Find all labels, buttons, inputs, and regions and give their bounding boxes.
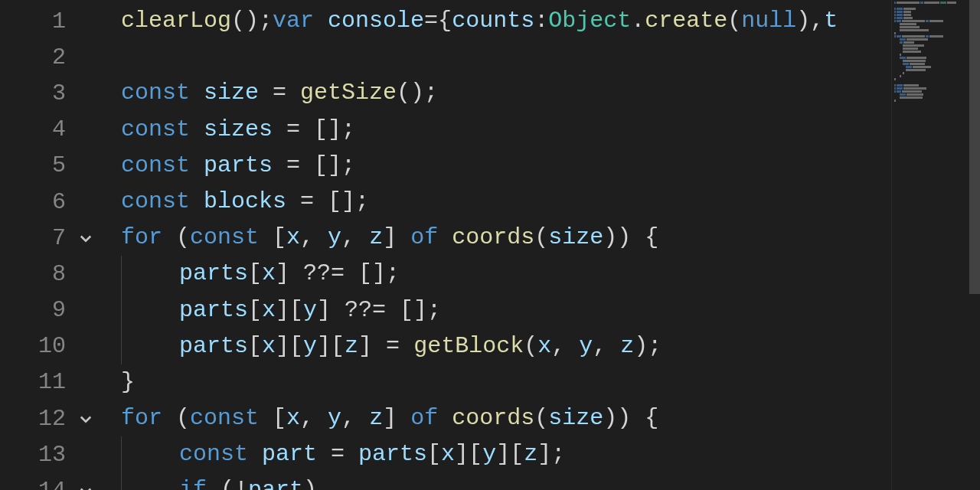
code-line[interactable]: parts[x][y] ??= []; (121, 292, 891, 328)
minimap-line (894, 51, 978, 53)
indent-guide (121, 328, 122, 364)
minimap-line (894, 90, 978, 93)
minimap-line (894, 5, 978, 7)
gutter: 1234567891011121314 (0, 0, 98, 490)
line-number: 8 (0, 261, 74, 287)
minimap-line (894, 26, 978, 28)
code-line[interactable]: const part = parts[x][y][z]; (121, 436, 891, 472)
indent-guide (121, 256, 122, 292)
code-text: const parts = []; (121, 152, 355, 178)
line-number: 11 (0, 369, 74, 395)
line-number: 3 (0, 80, 74, 106)
line-number: 12 (0, 406, 74, 432)
minimap-line (894, 63, 978, 65)
minimap-line (894, 38, 978, 41)
gutter-row: 8 (0, 256, 98, 292)
minimap-line (894, 57, 978, 59)
minimap-line (894, 11, 978, 13)
minimap-line (894, 23, 978, 25)
line-number: 7 (0, 225, 74, 251)
code-text: const size = getSize(); (121, 80, 438, 106)
minimap-line (894, 78, 978, 80)
code-line[interactable]: parts[x][y][z] = getBlock(x, y, z); (121, 328, 891, 364)
line-number: 1 (0, 8, 74, 34)
vertical-scrollbar[interactable] (969, 0, 980, 490)
minimap-line (894, 14, 978, 16)
code-text: parts[x][y] ??= []; (121, 297, 441, 323)
minimap-line (894, 69, 978, 71)
indent-guide (121, 292, 122, 328)
minimap-line (894, 100, 978, 102)
minimap-line (894, 54, 978, 56)
gutter-row: 2 (0, 39, 98, 75)
line-number: 10 (0, 333, 74, 359)
gutter-row: 10 (0, 328, 98, 364)
gutter-row: 4 (0, 112, 98, 148)
minimap-line (894, 60, 978, 62)
minimap-line (894, 44, 978, 47)
minimap-line (894, 17, 978, 19)
code-text: const blocks = []; (121, 188, 369, 214)
line-number: 2 (0, 44, 74, 70)
gutter-row: 11 (0, 364, 98, 400)
minimap-line (894, 96, 978, 99)
minimap-line (894, 66, 978, 68)
gutter-row: 5 (0, 148, 98, 184)
scroll-thumb[interactable] (969, 0, 980, 294)
code-line[interactable]: } (121, 364, 891, 400)
minimap-line (894, 84, 978, 87)
code-text: clearLog();var console={counts:Object.cr… (121, 8, 838, 34)
indent-guide (121, 436, 122, 472)
code-text: parts[x][y][z] = getBlock(x, y, z); (121, 333, 662, 359)
gutter-row: 6 (0, 184, 98, 220)
minimap-line (894, 87, 978, 90)
code-text: if (!part) (121, 477, 317, 490)
code-text: const sizes = []; (121, 116, 355, 142)
line-number: 14 (0, 478, 74, 490)
minimap-line (894, 41, 978, 44)
minimap-line (894, 81, 978, 83)
code-line[interactable]: for (const [x, y, z] of coords(size)) { (121, 400, 891, 436)
line-number: 6 (0, 189, 74, 215)
gutter-row: 12 (0, 400, 98, 436)
gutter-row: 3 (0, 75, 98, 111)
indent-guide (121, 472, 122, 490)
fold-toggle[interactable] (74, 483, 98, 490)
gutter-row: 13 (0, 436, 98, 472)
code-line[interactable]: parts[x] ??= []; (121, 256, 891, 292)
code-text: } (121, 369, 135, 395)
code-editor[interactable]: 1234567891011121314 clearLog();var conso… (0, 0, 980, 490)
code-text: for (const [x, y, z] of coords(size)) { (121, 405, 658, 431)
minimap-line (894, 29, 978, 31)
minimap-line (894, 20, 978, 22)
minimap-line (894, 8, 978, 10)
minimap-line (894, 35, 978, 38)
code-text: for (const [x, y, z] of coords(size)) { (121, 224, 658, 250)
minimap-line (894, 2, 978, 4)
code-line[interactable] (121, 39, 891, 75)
line-number: 9 (0, 297, 74, 323)
code-line[interactable]: const parts = []; (121, 148, 891, 184)
gutter-row: 14 (0, 472, 98, 490)
code-line[interactable]: for (const [x, y, z] of coords(size)) { (121, 220, 891, 256)
fold-toggle[interactable] (74, 411, 98, 426)
code-line[interactable]: clearLog();var console={counts:Object.cr… (121, 3, 891, 39)
code-text: parts[x] ??= []; (121, 260, 400, 286)
gutter-row: 7 (0, 220, 98, 256)
fold-toggle[interactable] (74, 230, 98, 246)
minimap-line (894, 72, 978, 74)
minimap-line (894, 47, 978, 50)
gutter-row: 9 (0, 292, 98, 328)
minimap-line (894, 75, 978, 77)
code-area[interactable]: clearLog();var console={counts:Object.cr… (98, 0, 891, 490)
code-line[interactable]: const size = getSize(); (121, 75, 891, 111)
line-number: 4 (0, 116, 74, 142)
code-line[interactable]: const blocks = []; (121, 184, 891, 220)
line-number: 13 (0, 442, 74, 468)
minimap[interactable] (891, 0, 980, 490)
minimap-line (894, 32, 978, 34)
code-line[interactable]: const sizes = []; (121, 112, 891, 148)
gutter-row: 1 (0, 3, 98, 39)
minimap-line (894, 93, 978, 96)
code-line[interactable]: if (!part) (121, 472, 891, 490)
